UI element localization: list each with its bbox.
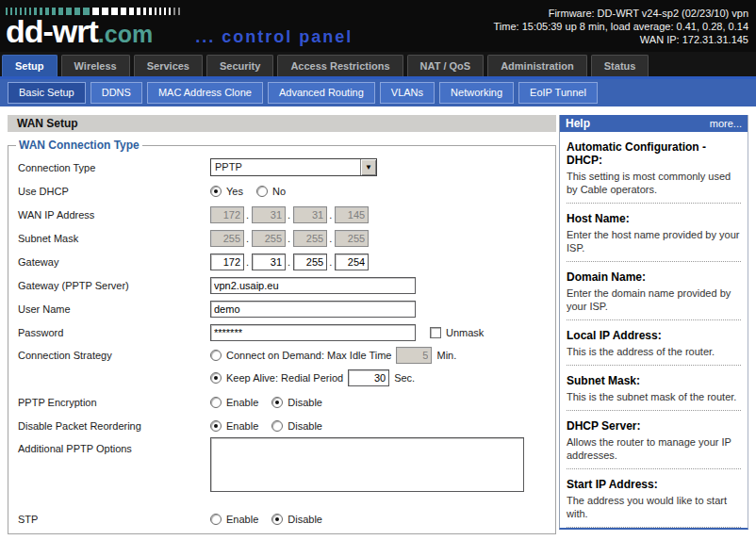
help-body: This setting is most commonly used by Ca… <box>567 170 741 196</box>
group-title: WAN Connection Type <box>16 139 142 152</box>
subtab-basic-setup[interactable]: Basic Setup <box>8 82 86 104</box>
user-name-label: User Name <box>18 303 210 315</box>
unmask-label: Unmask <box>446 327 484 338</box>
help-section: Local IP Address: This is the address of… <box>567 329 741 366</box>
subtab-eoip-tunnel[interactable]: EoIP Tunnel <box>518 82 598 104</box>
connect-on-demand-label: Connect on Demand: Max Idle Time <box>226 350 391 361</box>
pptp-server-input[interactable] <box>210 277 416 294</box>
help-body: Enter the domain name provided by your I… <box>567 286 741 313</box>
connection-type-value: PPTP <box>211 159 360 175</box>
keep-alive-label: Keep Alive: Redial Period <box>226 372 343 384</box>
help-divider <box>567 261 741 262</box>
packet-reordering-label: Disable Packet Reordering <box>18 420 210 432</box>
help-heading: Host Name: <box>567 212 741 225</box>
wan-connection-type-group: WAN Connection Type Connection Type PPTP… <box>8 139 556 534</box>
section-title: WAN Setup <box>8 115 556 132</box>
app-header: dd-wrt.com... control panel Firmware: DD… <box>0 0 756 52</box>
packet-reordering-enable-radio[interactable] <box>210 420 222 432</box>
tab-status[interactable]: Status <box>591 55 649 76</box>
chevron-down-icon[interactable]: ▼ <box>360 159 376 175</box>
wan-ip-octet-1 <box>210 206 244 223</box>
pptp-options-label: Additional PPTP Options <box>18 437 210 454</box>
max-idle-unit: Min. <box>436 350 456 361</box>
pptp-encryption-label: PPTP Encryption <box>18 397 210 408</box>
wan-setup-form: WAN Setup WAN Connection Type Connection… <box>0 115 558 534</box>
wan-ip-octet-3 <box>293 206 327 223</box>
help-section: Host Name: Enter the host name provided … <box>567 212 741 262</box>
unmask-checkbox[interactable] <box>430 327 441 338</box>
help-divider <box>567 365 741 366</box>
subnet-octet-2 <box>252 230 286 247</box>
help-heading: Start IP Address: <box>567 478 741 491</box>
redial-unit: Sec. <box>394 372 415 384</box>
packet-reordering-disable-label: Disable <box>288 420 322 432</box>
connection-type-label: Connection Type <box>18 162 210 173</box>
subtab-ddns[interactable]: DDNS <box>90 82 142 104</box>
use-dhcp-no-radio[interactable] <box>256 186 268 197</box>
logo-tagline: ... control panel <box>195 27 353 46</box>
connection-type-select[interactable]: PPTP ▼ <box>210 158 377 176</box>
tab-services[interactable]: Services <box>134 55 203 76</box>
use-dhcp-no-label: No <box>272 186 286 197</box>
time-line: Time: 15:05:39 up 8 min, load average: 0… <box>494 20 749 33</box>
packet-reordering-enable-label: Enable <box>226 420 258 432</box>
help-section: Subnet Mask: This is the subnet mask of … <box>567 374 741 411</box>
pptp-encryption-disable-radio[interactable] <box>271 397 283 408</box>
tab-setup[interactable]: Setup <box>2 55 58 76</box>
help-divider <box>567 319 741 320</box>
password-input[interactable] <box>210 324 416 341</box>
wan-ip-octet-2 <box>252 206 286 223</box>
help-body: The address you would like to start with… <box>567 494 741 520</box>
max-idle-time-input <box>396 347 432 364</box>
help-heading: DHCP Server: <box>567 419 741 433</box>
wan-ip-label: WAN IP Address <box>18 209 210 221</box>
help-section: Domain Name: Enter the domain name provi… <box>567 270 741 320</box>
pptp-options-textarea[interactable] <box>210 437 524 492</box>
gateway-octet-4[interactable] <box>335 254 369 270</box>
help-heading: Local IP Address: <box>567 329 741 342</box>
subtab-mac-address-clone[interactable]: MAC Address Clone <box>147 82 263 104</box>
subnet-mask-label: Subnet Mask <box>18 233 210 244</box>
help-divider <box>567 203 741 204</box>
help-body: Allows the router to manage your IP addr… <box>567 435 741 462</box>
pptp-encryption-enable-radio[interactable] <box>210 397 222 408</box>
help-panel: Help more... Automatic Configuration - D… <box>559 115 748 530</box>
subnet-octet-1 <box>210 230 244 247</box>
subtab-networking[interactable]: Networking <box>439 82 514 104</box>
keep-alive-radio[interactable] <box>210 372 222 384</box>
subnet-octet-3 <box>293 230 327 247</box>
redial-period-input[interactable] <box>348 369 389 386</box>
tab-security[interactable]: Security <box>206 55 273 76</box>
gateway-label: Gateway <box>18 256 210 268</box>
help-title: Help <box>566 117 710 130</box>
tab-administration[interactable]: Administration <box>487 55 587 76</box>
stp-enable-radio[interactable] <box>210 514 222 525</box>
stp-disable-radio[interactable] <box>271 514 283 525</box>
router-status-info: Firmware: DD-WRT v24-sp2 (02/23/10) vpn … <box>494 7 749 46</box>
tab-wireless[interactable]: Wireless <box>61 55 130 76</box>
connect-on-demand-radio[interactable] <box>210 350 222 361</box>
pptp-encryption-disable-label: Disable <box>288 397 322 408</box>
tab-access-restrictions[interactable]: Access Restrictions <box>277 55 403 76</box>
subtab-advanced-routing[interactable]: Advanced Routing <box>268 82 375 104</box>
subtab-vlans[interactable]: VLANs <box>380 82 435 104</box>
help-section: Automatic Configuration - DHCP: This set… <box>567 140 741 204</box>
subnet-octet-4 <box>335 230 369 247</box>
tab-nat-qos[interactable]: NAT / QoS <box>407 55 485 76</box>
use-dhcp-yes-radio[interactable] <box>210 186 222 197</box>
use-dhcp-yes-label: Yes <box>226 186 243 197</box>
logo-dotcom: .com <box>98 21 153 47</box>
logo-ddwrt: dd-wrt <box>6 13 98 49</box>
wan-ip-octet-4 <box>335 206 369 223</box>
gateway-octet-1[interactable] <box>210 254 244 270</box>
help-heading: Automatic Configuration - DHCP: <box>567 140 741 167</box>
pptp-encryption-enable-label: Enable <box>226 397 258 408</box>
help-more-link[interactable]: more... <box>710 118 742 129</box>
use-dhcp-label: Use DHCP <box>18 186 210 197</box>
help-divider <box>567 410 741 411</box>
user-name-input[interactable] <box>210 301 416 318</box>
packet-reordering-disable-radio[interactable] <box>271 420 283 432</box>
help-body: Enter the host name provided by your ISP… <box>567 228 741 254</box>
gateway-octet-2[interactable] <box>252 254 286 270</box>
gateway-octet-3[interactable] <box>293 254 327 270</box>
